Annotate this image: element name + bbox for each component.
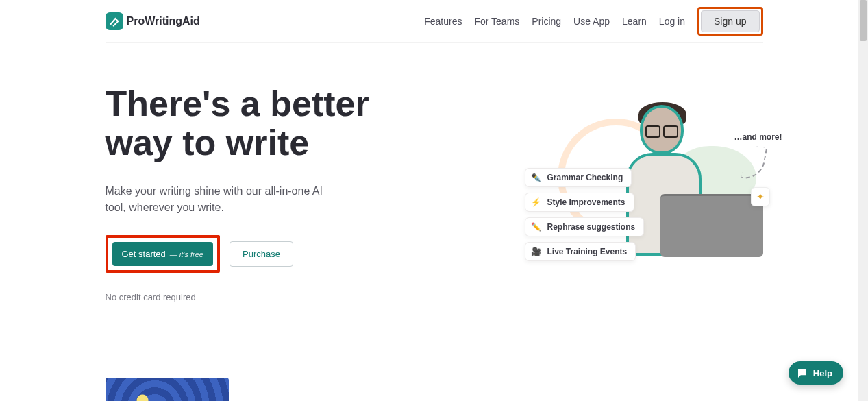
get-started-label: Get started <box>122 249 166 259</box>
hero-copy: There's a better way to write Make your … <box>106 84 400 302</box>
pen-nib-icon: ✒️ <box>531 173 542 182</box>
chip-training: 🎥 Live Training Events <box>525 242 636 261</box>
brand[interactable]: ProWritingAid <box>106 12 200 30</box>
credit-note: No credit card required <box>106 292 400 302</box>
sparkle-icon: ✦ <box>756 191 765 202</box>
hero-title: There's a better way to write <box>106 84 400 162</box>
laptop-icon <box>660 194 763 257</box>
hero-illustration: ✦ …and more! ✒️ Grammar Checking ⚡ Style… <box>537 98 763 276</box>
chip-style: ⚡ Style Improvements <box>525 193 634 212</box>
pencil-icon: ✏️ <box>531 222 542 232</box>
feature-chips: ✒️ Grammar Checking ⚡ Style Improvements… <box>525 168 645 261</box>
chip-rephrase: ✏️ Rephrase suggestions <box>525 217 645 236</box>
chip-label: Style Improvements <box>547 197 625 207</box>
chip-label: Grammar Checking <box>547 173 623 182</box>
nav-for-teams[interactable]: For Teams <box>474 16 519 27</box>
chip-grammar: ✒️ Grammar Checking <box>525 168 632 187</box>
nav-use-app[interactable]: Use App <box>573 16 610 27</box>
highlight-signup: Sign up <box>697 7 762 36</box>
nav-pricing[interactable]: Pricing <box>532 16 561 27</box>
nav-login[interactable]: Log in <box>659 16 685 27</box>
artwork-group <box>106 378 345 401</box>
sparkle-badge: ✦ <box>751 187 770 206</box>
cta-row: Get started — it's free Purchase <box>106 235 400 273</box>
help-button[interactable]: Help <box>789 361 843 385</box>
brand-name: ProWritingAid <box>127 15 200 27</box>
section-writing-lets-down: Do you feel like your writing lets you d… <box>106 378 763 401</box>
highlight-get-started: Get started — it's free <box>106 235 220 273</box>
vertical-scrollbar[interactable] <box>858 0 868 401</box>
lightning-icon: ⚡ <box>531 197 542 207</box>
purchase-button[interactable]: Purchase <box>230 241 293 267</box>
scrollbar-thumb[interactable] <box>860 0 867 41</box>
get-started-button[interactable]: Get started — it's free <box>112 242 213 266</box>
get-started-sublabel: — it's free <box>170 250 203 258</box>
hero-section: There's a better way to write Make your … <box>106 43 763 302</box>
main-header: ProWritingAid Features For Teams Pricing… <box>106 0 763 43</box>
chip-label: Live Training Events <box>547 247 628 256</box>
arrow-squiggle-icon <box>741 145 767 182</box>
nav-features[interactable]: Features <box>424 16 462 27</box>
glasses-icon <box>645 125 678 135</box>
nav-learn[interactable]: Learn <box>622 16 647 27</box>
primary-nav: Features For Teams Pricing Use App Learn… <box>424 7 762 36</box>
chat-icon <box>797 367 808 378</box>
starry-night-thumb <box>106 378 229 401</box>
and-more-label: …and more! <box>734 132 782 142</box>
brand-logo-icon <box>106 12 123 30</box>
camera-icon: 🎥 <box>531 247 542 256</box>
hero-subtitle: Make your writing shine with our all-in-… <box>106 183 325 216</box>
chip-label: Rephrase suggestions <box>547 222 636 232</box>
signup-button[interactable]: Sign up <box>701 10 759 32</box>
help-label: Help <box>813 368 832 378</box>
